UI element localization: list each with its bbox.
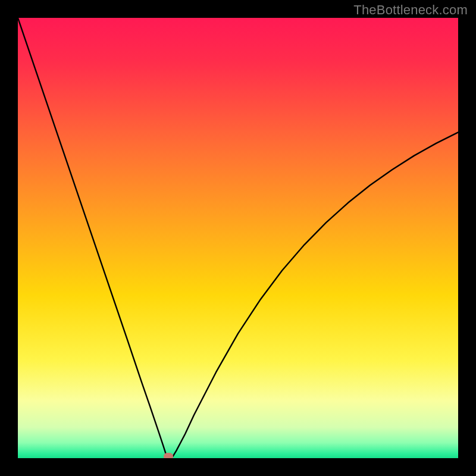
- chart-frame: TheBottleneck.com: [0, 0, 476, 476]
- bottleneck-curve: [18, 18, 458, 458]
- watermark-text: TheBottleneck.com: [353, 2, 468, 18]
- plot-area: [18, 18, 458, 458]
- optimum-marker: [164, 453, 173, 458]
